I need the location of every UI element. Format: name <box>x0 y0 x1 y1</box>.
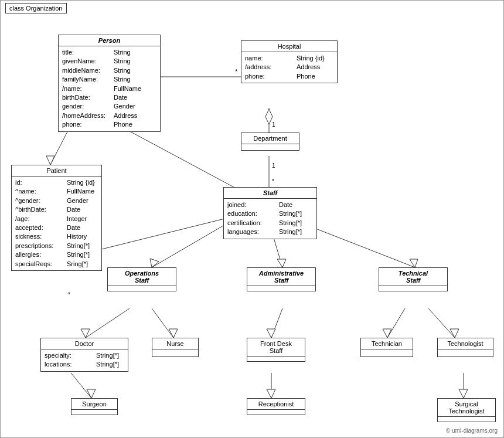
patient-attrs: id:String {id} ^name:FullName ^gender:Ge… <box>12 176 101 270</box>
svg-text:*: * <box>272 178 274 185</box>
svg-text:*: * <box>235 68 238 75</box>
nurse-title: Nurse <box>152 338 198 349</box>
svg-marker-35 <box>459 389 468 398</box>
front-desk-staff-class: Front DeskStaff <box>247 338 305 362</box>
front-desk-staff-title: Front DeskStaff <box>247 338 305 356</box>
svg-text:1: 1 <box>272 121 275 128</box>
diagram-title: class Organization <box>5 3 67 13</box>
technical-staff-title: TechnicalStaff <box>379 268 447 286</box>
technician-class: Technician <box>360 338 413 357</box>
hospital-attrs: name:String {id} /address:Address phone:… <box>241 52 337 83</box>
technologist-class: Technologist <box>437 338 493 357</box>
administrative-staff-title: AdministrativeStaff <box>247 268 315 286</box>
receptionist-title: Receptionist <box>247 399 305 410</box>
svg-line-22 <box>152 308 173 338</box>
diagram-container: class Organization * * 1 * 1 * <box>0 0 504 438</box>
administrative-staff-class: AdministrativeStaff <box>247 267 316 291</box>
svg-text:1: 1 <box>272 162 275 169</box>
doctor-class: Doctor specialty:String[*] locations:Str… <box>40 338 128 372</box>
nurse-class: Nurse <box>152 338 199 357</box>
svg-marker-25 <box>267 329 275 338</box>
surgical-technologist-class: SurgicalTechnologist <box>437 398 496 422</box>
staff-attrs: joined:Date education:String[*] certific… <box>224 199 316 239</box>
patient-class: Patient id:String {id} ^name:FullName ^g… <box>11 165 102 271</box>
operations-staff-title: OperationsStaff <box>108 268 176 286</box>
operations-staff-class: OperationsStaff <box>107 267 176 291</box>
surgeon-class: Surgeon <box>71 398 118 415</box>
svg-marker-23 <box>169 329 178 338</box>
copyright: © uml-diagrams.org <box>446 427 498 434</box>
receptionist-class: Receptionist <box>247 398 305 415</box>
svg-marker-31 <box>87 389 96 398</box>
technologist-title: Technologist <box>438 338 493 349</box>
svg-line-12 <box>118 125 247 194</box>
svg-marker-29 <box>450 329 459 338</box>
svg-marker-27 <box>383 329 391 338</box>
svg-marker-21 <box>81 329 90 338</box>
svg-marker-11 <box>46 156 55 165</box>
svg-marker-17 <box>277 259 286 267</box>
department-attrs <box>241 144 299 150</box>
person-class: Person title:String givenName:String mid… <box>58 35 161 132</box>
doctor-title: Doctor <box>41 338 128 349</box>
person-title: Person <box>59 35 160 46</box>
svg-text:*: * <box>68 291 70 298</box>
svg-line-20 <box>86 308 130 338</box>
staff-title: Staff <box>224 188 316 199</box>
svg-marker-19 <box>410 259 418 267</box>
svg-line-28 <box>428 308 455 338</box>
department-class: Department <box>241 133 299 151</box>
surgical-technologist-title: SurgicalTechnologist <box>438 399 495 417</box>
technical-staff-class: TechnicalStaff <box>379 267 448 291</box>
hospital-class: Hospital name:String {id} /address:Addre… <box>241 40 338 83</box>
surgeon-title: Surgeon <box>71 399 117 410</box>
technician-title: Technician <box>361 338 413 349</box>
svg-marker-15 <box>150 259 159 267</box>
svg-marker-4 <box>265 109 273 124</box>
svg-marker-33 <box>267 389 275 398</box>
svg-line-30 <box>71 373 91 398</box>
svg-line-26 <box>387 308 405 338</box>
person-attrs: title:String givenName:String middleName… <box>59 46 160 131</box>
department-title: Department <box>241 133 299 144</box>
patient-title: Patient <box>12 165 101 176</box>
hospital-title: Hospital <box>241 41 337 52</box>
svg-line-24 <box>271 308 282 338</box>
svg-line-14 <box>152 222 229 267</box>
staff-class: Staff joined:Date education:String[*] ce… <box>223 187 317 239</box>
